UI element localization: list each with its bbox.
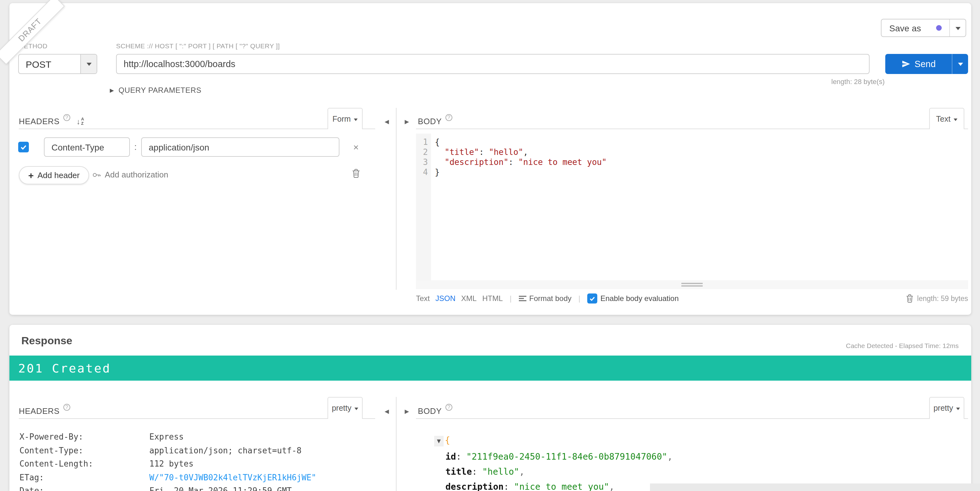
body-view-mode-select[interactable]: Text [929,108,964,129]
request-body-title-text: BODY [418,117,442,126]
trash-icon [352,169,360,178]
method-select[interactable]: POST [18,54,97,74]
help-icon[interactable]: ? [445,404,452,411]
response-headers-view-select[interactable]: pretty [328,397,363,419]
format-body-label: Format body [529,294,571,303]
editor-code[interactable]: { "title": "hello", "description": "nice… [431,133,968,280]
headers-rule [19,129,375,129]
json-root-line: ▼{ [434,435,673,446]
save-as-label: Save as [889,23,921,33]
response-headers-title-text: HEADERS [19,406,60,416]
chevron-down-icon [955,27,960,32]
send-split-button: Send [885,54,968,74]
response-card: Response Cache Detected - Elapsed Time: … [10,325,971,491]
draft-ribbon-label: DRAFT [16,16,43,43]
editor-line-numbers: 1 2 3 4 [416,133,431,280]
response-header-row: X-Powered-By:Express [19,430,316,444]
code-line: { [435,137,968,147]
url-length-hint: length: 28 byte(s) [831,78,885,85]
headers-view-mode-value: Form [332,114,351,123]
response-body-rule [416,418,968,419]
url-input[interactable] [116,54,870,74]
response-header-row: Date:Fri, 20 Mar 2026 11:29:59 GMT [19,484,316,491]
open-brace: { [445,435,450,445]
key-icon [92,170,101,179]
check-icon [20,144,27,151]
header-value-input[interactable] [141,137,339,157]
save-as-split-button: Save as [881,19,966,37]
request-headers-title: HEADERS ? ↓AZ [19,117,84,126]
request-body-title: BODY ? [418,117,452,126]
query-parameters-toggle[interactable]: ▶ QUERY PARAMETERS [110,86,201,95]
help-icon[interactable]: ? [445,114,452,121]
response-body-title-text: BODY [418,406,442,416]
request-body-editor[interactable]: 1 2 3 4 { "title": "hello", "description… [416,133,968,280]
sort-headers-icon[interactable]: ↓AZ [76,117,84,126]
format-align-icon [519,296,526,302]
format-option-html[interactable]: HTML [482,294,503,303]
horizontal-scrollbar[interactable] [650,483,980,491]
request-body-collapse-toggle[interactable]: ▶ [405,119,409,125]
save-as-button[interactable]: Save as [882,19,949,37]
headers-view-mode-select[interactable]: Form [328,108,363,129]
save-as-menu-button[interactable] [949,19,966,37]
divider: | [510,294,512,303]
body-rule [416,129,968,129]
request-headers-title-text: HEADERS [19,117,60,126]
format-body-button[interactable]: Format body [519,294,571,303]
help-icon[interactable]: ? [64,114,70,121]
chevron-down-icon [956,408,960,412]
rester-app: DRAFT Save as METHOD POST SCHEME :// HOS… [0,0,980,491]
url-label: SCHEME :// HOST [ ":" PORT ] [ PATH [ "?… [116,42,280,49]
request-card: DRAFT Save as METHOD POST SCHEME :// HOS… [10,3,971,315]
editor-resize-handle[interactable] [416,280,968,289]
collapse-node-icon[interactable]: ▼ [434,435,444,446]
response-body-view-select[interactable]: pretty [929,397,964,419]
response-headers-view-value: pretty [332,404,352,413]
query-parameters-label: QUERY PARAMETERS [119,86,201,95]
response-headers-title: HEADERS ? [19,406,70,416]
help-icon[interactable]: ? [64,404,70,411]
response-body-view-value: pretty [934,404,953,413]
collapse-left-pane-button[interactable]: ◀ [385,408,389,415]
format-option-json[interactable]: JSON [436,294,455,303]
etag-link[interactable]: W/"70-t0VJWB02k4lelTVzKjER1kH6jWE" [150,470,316,484]
clear-body-button[interactable] [906,294,913,303]
evaluation-checkbox[interactable] [587,294,597,303]
response-body-title: BODY ? [418,406,452,416]
json-entry: id:"211f9ea0-2450-11f1-84e6-0b8791047060… [445,451,673,461]
trash-icon [906,294,913,303]
header-separator: : [134,142,137,152]
response-body-collapse-toggle[interactable]: ▶ [405,408,409,415]
chevron-down-icon [86,63,91,68]
format-option-text[interactable]: Text [416,294,430,303]
delete-all-headers-button[interactable] [352,169,360,178]
enable-body-evaluation-toggle[interactable]: Enable body evaluation [587,294,679,303]
method-caret-button[interactable] [80,54,97,73]
format-option-xml[interactable]: XML [461,294,477,303]
code-line: } [435,167,968,178]
code-line: "title": "hello", [435,147,968,157]
code-line: "description": "nice to meet you" [435,157,968,167]
collapse-left-pane-button[interactable]: ◀ [385,119,389,125]
pane-divider[interactable] [396,108,396,290]
add-header-button[interactable]: + Add header [19,166,89,184]
response-headers-rule [19,418,375,419]
add-header-label: Add header [38,170,80,180]
pane-divider[interactable] [396,397,396,491]
status-banner: 201 Created [10,356,971,381]
response-header-row: ETag:W/"70-t0VJWB02k4lelTVzKjER1kH6jWE" [19,470,316,484]
response-json-tree: ▼{ id:"211f9ea0-2450-11f1-84e6-0b8791047… [434,435,673,491]
send-menu-button[interactable] [952,54,968,74]
send-button[interactable]: Send [885,54,952,74]
response-headers-table: X-Powered-By:Express Content-Type:applic… [19,430,316,491]
remove-header-button[interactable]: × [353,142,359,153]
status-text: 201 Created [18,361,111,375]
add-authorization-label: Add authorization [105,170,168,180]
response-title: Response [21,335,72,347]
header-name-input[interactable] [44,137,130,157]
unsaved-changes-dot-icon [936,25,942,31]
header-enabled-checkbox[interactable] [18,142,29,153]
triangle-right-icon: ▶ [110,87,114,94]
add-authorization-button[interactable]: Add authorization [92,170,168,180]
